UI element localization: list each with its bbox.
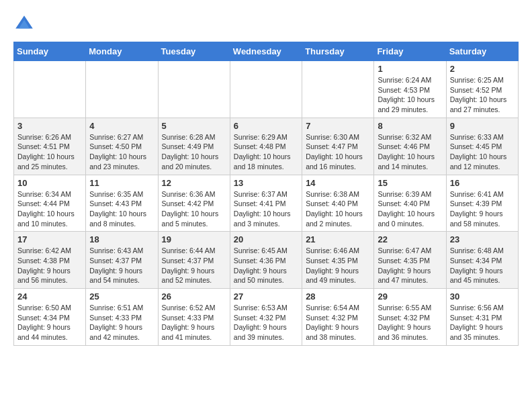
day-number: 4	[89, 121, 154, 131]
day-number: 1	[378, 64, 442, 74]
day-number: 28	[306, 291, 370, 302]
calendar-cell: 14Sunrise: 6:38 AMSunset: 4:40 PMDayligh…	[302, 175, 374, 232]
day-info: Sunrise: 6:44 AMSunset: 4:37 PMDaylight:…	[162, 246, 226, 285]
day-number: 8	[378, 121, 442, 131]
day-number: 7	[306, 121, 370, 131]
day-info: Sunrise: 6:32 AMSunset: 4:46 PMDaylight:…	[378, 132, 442, 172]
day-number: 16	[450, 178, 515, 188]
day-number: 15	[378, 178, 442, 188]
day-info: Sunrise: 6:27 AMSunset: 4:50 PMDaylight:…	[89, 132, 154, 172]
calendar-cell	[14, 61, 86, 118]
day-info: Sunrise: 6:45 AMSunset: 4:36 PMDaylight:…	[234, 246, 298, 285]
day-info: Sunrise: 6:48 AMSunset: 4:34 PMDaylight:…	[450, 246, 515, 285]
day-header-tuesday: Tuesday	[158, 42, 230, 61]
calendar-cell: 28Sunrise: 6:54 AMSunset: 4:32 PMDayligh…	[302, 289, 374, 346]
day-number: 13	[234, 178, 298, 188]
calendar-cell: 5Sunrise: 6:28 AMSunset: 4:49 PMDaylight…	[158, 118, 230, 175]
day-info: Sunrise: 6:33 AMSunset: 4:45 PMDaylight:…	[450, 132, 515, 172]
day-info: Sunrise: 6:34 AMSunset: 4:44 PMDaylight:…	[17, 189, 82, 229]
day-header-friday: Friday	[374, 42, 446, 61]
calendar-cell: 15Sunrise: 6:39 AMSunset: 4:40 PMDayligh…	[374, 175, 446, 232]
calendar-cell	[302, 61, 374, 118]
calendar-cell: 16Sunrise: 6:41 AMSunset: 4:39 PMDayligh…	[446, 175, 518, 232]
day-info: Sunrise: 6:56 AMSunset: 4:31 PMDaylight:…	[450, 303, 515, 342]
day-number: 24	[17, 291, 82, 302]
calendar-week-3: 10Sunrise: 6:34 AMSunset: 4:44 PMDayligh…	[14, 175, 519, 232]
calendar-cell: 18Sunrise: 6:43 AMSunset: 4:37 PMDayligh…	[86, 232, 158, 289]
calendar-cell: 29Sunrise: 6:55 AMSunset: 4:32 PMDayligh…	[374, 289, 446, 346]
day-header-sunday: Sunday	[14, 42, 86, 61]
day-number: 29	[378, 291, 442, 302]
day-info: Sunrise: 6:51 AMSunset: 4:33 PMDaylight:…	[89, 303, 154, 342]
day-info: Sunrise: 6:26 AMSunset: 4:51 PMDaylight:…	[17, 132, 82, 172]
calendar-cell: 10Sunrise: 6:34 AMSunset: 4:44 PMDayligh…	[14, 175, 86, 232]
day-info: Sunrise: 6:41 AMSunset: 4:39 PMDaylight:…	[450, 189, 515, 229]
page-header	[13, 13, 519, 35]
calendar-cell: 12Sunrise: 6:36 AMSunset: 4:42 PMDayligh…	[158, 175, 230, 232]
day-info: Sunrise: 6:39 AMSunset: 4:40 PMDaylight:…	[378, 189, 442, 229]
day-info: Sunrise: 6:24 AMSunset: 4:53 PMDaylight:…	[378, 75, 442, 115]
day-info: Sunrise: 6:37 AMSunset: 4:41 PMDaylight:…	[234, 189, 298, 229]
calendar-cell: 13Sunrise: 6:37 AMSunset: 4:41 PMDayligh…	[230, 175, 302, 232]
calendar-cell: 7Sunrise: 6:30 AMSunset: 4:47 PMDaylight…	[302, 118, 374, 175]
calendar-cell	[158, 61, 230, 118]
calendar-cell: 22Sunrise: 6:47 AMSunset: 4:35 PMDayligh…	[374, 232, 446, 289]
day-info: Sunrise: 6:43 AMSunset: 4:37 PMDaylight:…	[89, 246, 154, 285]
day-number: 20	[234, 234, 298, 244]
calendar-cell: 27Sunrise: 6:53 AMSunset: 4:32 PMDayligh…	[230, 289, 302, 346]
day-number: 2	[450, 64, 515, 74]
calendar-cell: 9Sunrise: 6:33 AMSunset: 4:45 PMDaylight…	[446, 118, 518, 175]
day-info: Sunrise: 6:35 AMSunset: 4:43 PMDaylight:…	[89, 189, 154, 229]
day-number: 23	[450, 234, 515, 244]
calendar-cell: 19Sunrise: 6:44 AMSunset: 4:37 PMDayligh…	[158, 232, 230, 289]
calendar-cell: 26Sunrise: 6:52 AMSunset: 4:33 PMDayligh…	[158, 289, 230, 346]
logo	[13, 13, 38, 35]
calendar-header-row: SundayMondayTuesdayWednesdayThursdayFrid…	[14, 42, 519, 61]
calendar-cell	[86, 61, 158, 118]
calendar-cell	[230, 61, 302, 118]
day-number: 9	[450, 121, 515, 131]
day-info: Sunrise: 6:47 AMSunset: 4:35 PMDaylight:…	[378, 246, 442, 285]
day-number: 6	[234, 121, 298, 131]
calendar-cell: 6Sunrise: 6:29 AMSunset: 4:48 PMDaylight…	[230, 118, 302, 175]
day-info: Sunrise: 6:29 AMSunset: 4:48 PMDaylight:…	[234, 132, 298, 172]
day-info: Sunrise: 6:36 AMSunset: 4:42 PMDaylight:…	[162, 189, 226, 229]
day-number: 30	[450, 291, 515, 302]
day-info: Sunrise: 6:50 AMSunset: 4:34 PMDaylight:…	[17, 303, 82, 342]
day-number: 18	[89, 234, 154, 244]
calendar-cell: 4Sunrise: 6:27 AMSunset: 4:50 PMDaylight…	[86, 118, 158, 175]
day-info: Sunrise: 6:38 AMSunset: 4:40 PMDaylight:…	[306, 189, 370, 229]
day-info: Sunrise: 6:46 AMSunset: 4:35 PMDaylight:…	[306, 246, 370, 285]
day-info: Sunrise: 6:52 AMSunset: 4:33 PMDaylight:…	[162, 303, 226, 342]
calendar-cell: 8Sunrise: 6:32 AMSunset: 4:46 PMDaylight…	[374, 118, 446, 175]
day-number: 5	[162, 121, 226, 131]
calendar-week-5: 24Sunrise: 6:50 AMSunset: 4:34 PMDayligh…	[14, 289, 519, 346]
calendar-cell: 17Sunrise: 6:42 AMSunset: 4:38 PMDayligh…	[14, 232, 86, 289]
calendar-cell: 20Sunrise: 6:45 AMSunset: 4:36 PMDayligh…	[230, 232, 302, 289]
calendar-cell: 3Sunrise: 6:26 AMSunset: 4:51 PMDaylight…	[14, 118, 86, 175]
day-info: Sunrise: 6:42 AMSunset: 4:38 PMDaylight:…	[17, 246, 82, 285]
day-info: Sunrise: 6:30 AMSunset: 4:47 PMDaylight:…	[306, 132, 370, 172]
day-number: 11	[89, 178, 154, 188]
day-number: 22	[378, 234, 442, 244]
day-info: Sunrise: 6:53 AMSunset: 4:32 PMDaylight:…	[234, 303, 298, 342]
calendar-week-1: 1Sunrise: 6:24 AMSunset: 4:53 PMDaylight…	[14, 61, 519, 118]
day-header-saturday: Saturday	[446, 42, 518, 61]
logo-icon	[13, 13, 35, 35]
day-info: Sunrise: 6:54 AMSunset: 4:32 PMDaylight:…	[306, 303, 370, 342]
day-number: 25	[89, 291, 154, 302]
day-info: Sunrise: 6:55 AMSunset: 4:32 PMDaylight:…	[378, 303, 442, 342]
calendar-cell: 2Sunrise: 6:25 AMSunset: 4:52 PMDaylight…	[446, 61, 518, 118]
day-header-thursday: Thursday	[302, 42, 374, 61]
day-number: 26	[162, 291, 226, 302]
day-number: 17	[17, 234, 82, 244]
day-number: 12	[162, 178, 226, 188]
calendar-cell: 21Sunrise: 6:46 AMSunset: 4:35 PMDayligh…	[302, 232, 374, 289]
day-info: Sunrise: 6:25 AMSunset: 4:52 PMDaylight:…	[450, 75, 515, 115]
day-number: 3	[17, 121, 82, 131]
calendar-cell: 24Sunrise: 6:50 AMSunset: 4:34 PMDayligh…	[14, 289, 86, 346]
day-number: 27	[234, 291, 298, 302]
day-header-monday: Monday	[86, 42, 158, 61]
calendar-cell: 11Sunrise: 6:35 AMSunset: 4:43 PMDayligh…	[86, 175, 158, 232]
calendar-week-4: 17Sunrise: 6:42 AMSunset: 4:38 PMDayligh…	[14, 232, 519, 289]
